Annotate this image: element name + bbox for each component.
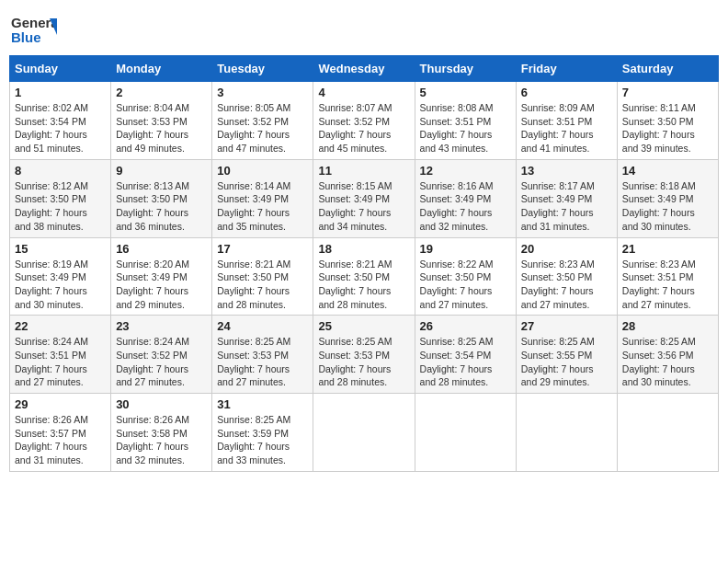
- day-number: 22: [15, 319, 106, 333]
- page-header: General Blue: [9, 9, 719, 50]
- day-number: 4: [318, 86, 409, 99]
- day-info: Sunrise: 8:25 AMSunset: 3:56 PMDaylight:…: [622, 335, 713, 389]
- day-info: Sunrise: 8:04 AMSunset: 3:53 PMDaylight:…: [116, 101, 207, 155]
- calendar-cell: 5Sunrise: 8:08 AMSunset: 3:51 PMDaylight…: [415, 82, 516, 160]
- day-info: Sunrise: 8:26 AMSunset: 3:57 PMDaylight:…: [15, 413, 106, 467]
- calendar-cell: [313, 394, 415, 472]
- calendar-week-5: 29Sunrise: 8:26 AMSunset: 3:57 PMDayligh…: [10, 394, 719, 472]
- calendar-cell: [516, 394, 617, 472]
- day-info: Sunrise: 8:09 AMSunset: 3:51 PMDaylight:…: [521, 101, 612, 155]
- day-number: 28: [622, 319, 713, 333]
- calendar-cell: 26Sunrise: 8:25 AMSunset: 3:54 PMDayligh…: [415, 316, 516, 394]
- day-number: 13: [521, 164, 612, 178]
- col-header-saturday: Saturday: [617, 56, 718, 82]
- calendar-cell: 4Sunrise: 8:07 AMSunset: 3:52 PMDaylight…: [313, 82, 415, 160]
- calendar-cell: 14Sunrise: 8:18 AMSunset: 3:49 PMDayligh…: [617, 159, 718, 237]
- day-number: 7: [622, 86, 713, 99]
- day-number: 9: [116, 164, 207, 178]
- day-info: Sunrise: 8:23 AMSunset: 3:50 PMDaylight:…: [521, 258, 612, 312]
- day-number: 5: [420, 86, 511, 99]
- day-number: 20: [521, 242, 612, 256]
- day-number: 27: [521, 319, 612, 333]
- day-info: Sunrise: 8:17 AMSunset: 3:49 PMDaylight:…: [521, 179, 612, 234]
- day-info: Sunrise: 8:24 AMSunset: 3:51 PMDaylight:…: [15, 335, 106, 389]
- day-info: Sunrise: 8:25 AMSunset: 3:53 PMDaylight:…: [217, 335, 308, 389]
- calendar-week-1: 1Sunrise: 8:02 AMSunset: 3:54 PMDaylight…: [10, 82, 719, 160]
- day-number: 19: [420, 242, 511, 256]
- day-info: Sunrise: 8:24 AMSunset: 3:52 PMDaylight:…: [116, 335, 207, 389]
- day-number: 11: [318, 164, 409, 178]
- logo-icon: General Blue: [9, 9, 57, 50]
- calendar-week-2: 8Sunrise: 8:12 AMSunset: 3:50 PMDaylight…: [10, 159, 719, 237]
- day-number: 24: [217, 319, 308, 333]
- day-info: Sunrise: 8:05 AMSunset: 3:52 PMDaylight:…: [217, 101, 308, 155]
- calendar-table: SundayMondayTuesdayWednesdayThursdayFrid…: [9, 55, 719, 472]
- calendar-week-3: 15Sunrise: 8:19 AMSunset: 3:49 PMDayligh…: [10, 237, 719, 316]
- calendar-cell: 10Sunrise: 8:14 AMSunset: 3:49 PMDayligh…: [212, 159, 313, 237]
- day-number: 18: [318, 242, 409, 256]
- calendar-cell: [617, 394, 718, 472]
- col-header-thursday: Thursday: [415, 56, 516, 82]
- calendar-week-4: 22Sunrise: 8:24 AMSunset: 3:51 PMDayligh…: [10, 316, 719, 394]
- logo: General Blue: [9, 9, 63, 50]
- day-info: Sunrise: 8:22 AMSunset: 3:50 PMDaylight:…: [420, 258, 511, 312]
- calendar-cell: [415, 394, 516, 472]
- day-number: 30: [116, 397, 207, 411]
- calendar-cell: 29Sunrise: 8:26 AMSunset: 3:57 PMDayligh…: [10, 394, 111, 472]
- day-number: 15: [15, 242, 106, 256]
- day-info: Sunrise: 8:07 AMSunset: 3:52 PMDaylight:…: [318, 101, 409, 155]
- calendar-cell: 11Sunrise: 8:15 AMSunset: 3:49 PMDayligh…: [313, 159, 415, 237]
- calendar-cell: 15Sunrise: 8:19 AMSunset: 3:49 PMDayligh…: [10, 237, 111, 316]
- day-number: 14: [622, 164, 713, 178]
- day-info: Sunrise: 8:11 AMSunset: 3:50 PMDaylight:…: [622, 101, 713, 155]
- day-info: Sunrise: 8:25 AMSunset: 3:54 PMDaylight:…: [420, 335, 511, 389]
- calendar-cell: 16Sunrise: 8:20 AMSunset: 3:49 PMDayligh…: [111, 237, 212, 316]
- day-number: 16: [116, 242, 207, 256]
- col-header-wednesday: Wednesday: [313, 56, 415, 82]
- calendar-cell: 21Sunrise: 8:23 AMSunset: 3:51 PMDayligh…: [617, 237, 718, 316]
- calendar-cell: 20Sunrise: 8:23 AMSunset: 3:50 PMDayligh…: [516, 237, 617, 316]
- day-number: 29: [15, 397, 106, 411]
- svg-text:Blue: Blue: [11, 29, 41, 45]
- day-info: Sunrise: 8:12 AMSunset: 3:50 PMDaylight:…: [15, 179, 106, 234]
- day-number: 25: [318, 319, 409, 333]
- calendar-cell: 12Sunrise: 8:16 AMSunset: 3:49 PMDayligh…: [415, 159, 516, 237]
- day-info: Sunrise: 8:14 AMSunset: 3:49 PMDaylight:…: [217, 179, 308, 234]
- day-number: 21: [622, 242, 713, 256]
- calendar-cell: 24Sunrise: 8:25 AMSunset: 3:53 PMDayligh…: [212, 316, 313, 394]
- calendar-cell: 7Sunrise: 8:11 AMSunset: 3:50 PMDaylight…: [617, 82, 718, 160]
- calendar-cell: 1Sunrise: 8:02 AMSunset: 3:54 PMDaylight…: [10, 82, 111, 160]
- calendar-cell: 28Sunrise: 8:25 AMSunset: 3:56 PMDayligh…: [617, 316, 718, 394]
- day-info: Sunrise: 8:25 AMSunset: 3:55 PMDaylight:…: [521, 335, 612, 389]
- calendar-cell: 23Sunrise: 8:24 AMSunset: 3:52 PMDayligh…: [111, 316, 212, 394]
- col-header-friday: Friday: [516, 56, 617, 82]
- day-number: 10: [217, 164, 308, 178]
- calendar-cell: 19Sunrise: 8:22 AMSunset: 3:50 PMDayligh…: [415, 237, 516, 316]
- calendar-cell: 8Sunrise: 8:12 AMSunset: 3:50 PMDaylight…: [10, 159, 111, 237]
- calendar-header-row: SundayMondayTuesdayWednesdayThursdayFrid…: [10, 56, 719, 82]
- calendar-cell: 2Sunrise: 8:04 AMSunset: 3:53 PMDaylight…: [111, 82, 212, 160]
- day-number: 3: [217, 86, 308, 99]
- day-number: 6: [521, 86, 612, 99]
- day-info: Sunrise: 8:25 AMSunset: 3:53 PMDaylight:…: [318, 335, 409, 389]
- day-info: Sunrise: 8:13 AMSunset: 3:50 PMDaylight:…: [116, 179, 207, 234]
- day-info: Sunrise: 8:21 AMSunset: 3:50 PMDaylight:…: [217, 258, 308, 312]
- day-info: Sunrise: 8:23 AMSunset: 3:51 PMDaylight:…: [622, 258, 713, 312]
- calendar-cell: 27Sunrise: 8:25 AMSunset: 3:55 PMDayligh…: [516, 316, 617, 394]
- day-info: Sunrise: 8:16 AMSunset: 3:49 PMDaylight:…: [420, 179, 511, 234]
- calendar-cell: 6Sunrise: 8:09 AMSunset: 3:51 PMDaylight…: [516, 82, 617, 160]
- calendar-cell: 13Sunrise: 8:17 AMSunset: 3:49 PMDayligh…: [516, 159, 617, 237]
- day-info: Sunrise: 8:21 AMSunset: 3:50 PMDaylight:…: [318, 258, 409, 312]
- day-info: Sunrise: 8:08 AMSunset: 3:51 PMDaylight:…: [420, 101, 511, 155]
- col-header-sunday: Sunday: [10, 56, 111, 82]
- calendar-cell: 25Sunrise: 8:25 AMSunset: 3:53 PMDayligh…: [313, 316, 415, 394]
- day-info: Sunrise: 8:20 AMSunset: 3:49 PMDaylight:…: [116, 258, 207, 312]
- calendar-cell: 22Sunrise: 8:24 AMSunset: 3:51 PMDayligh…: [10, 316, 111, 394]
- col-header-monday: Monday: [111, 56, 212, 82]
- day-number: 31: [217, 397, 308, 411]
- day-number: 12: [420, 164, 511, 178]
- day-info: Sunrise: 8:26 AMSunset: 3:58 PMDaylight:…: [116, 413, 207, 467]
- day-number: 2: [116, 86, 207, 99]
- calendar-cell: 3Sunrise: 8:05 AMSunset: 3:52 PMDaylight…: [212, 82, 313, 160]
- day-info: Sunrise: 8:19 AMSunset: 3:49 PMDaylight:…: [15, 258, 106, 312]
